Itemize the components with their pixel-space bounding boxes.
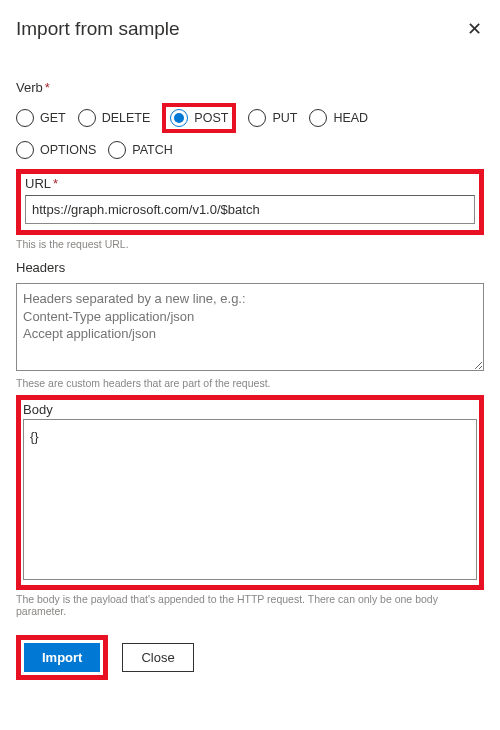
import-from-sample-dialog: Import from sample ✕ Verb* GET DELETE PO… xyxy=(0,0,500,698)
headers-textarea[interactable] xyxy=(16,283,484,371)
verb-radio-row-1: GET DELETE POST PUT HEAD xyxy=(16,103,484,133)
radio-icon xyxy=(309,109,327,127)
url-help: This is the request URL. xyxy=(16,238,484,250)
verb-radio-patch-label: PATCH xyxy=(132,143,173,157)
verb-radio-post-label: POST xyxy=(194,111,228,125)
url-section: URL* This is the request URL. xyxy=(16,169,484,250)
verb-radio-put-label: PUT xyxy=(272,111,297,125)
dialog-title: Import from sample xyxy=(16,18,180,40)
radio-icon xyxy=(16,109,34,127)
import-button[interactable]: Import xyxy=(24,643,100,672)
verb-radio-get[interactable]: GET xyxy=(16,109,66,127)
verb-radio-delete-label: DELETE xyxy=(102,111,151,125)
verb-radio-options[interactable]: OPTIONS xyxy=(16,141,96,159)
headers-section: Headers These are custom headers that ar… xyxy=(16,260,484,389)
verb-section: Verb* GET DELETE POST PUT xyxy=(16,80,484,159)
close-icon[interactable]: ✕ xyxy=(465,18,484,40)
verb-radio-post[interactable]: POST xyxy=(170,109,228,127)
headers-label: Headers xyxy=(16,260,484,275)
close-button[interactable]: Close xyxy=(122,643,193,672)
radio-icon xyxy=(16,141,34,159)
url-label-text: URL xyxy=(25,176,51,191)
dialog-header: Import from sample ✕ xyxy=(16,18,484,40)
highlight-import: Import xyxy=(16,635,108,680)
radio-icon-selected xyxy=(170,109,188,127)
verb-radio-delete[interactable]: DELETE xyxy=(78,109,151,127)
required-asterisk: * xyxy=(53,176,58,191)
verb-radio-put[interactable]: PUT xyxy=(248,109,297,127)
required-asterisk: * xyxy=(45,80,50,95)
headers-help: These are custom headers that are part o… xyxy=(16,377,484,389)
verb-radio-head-label: HEAD xyxy=(333,111,368,125)
verb-radio-row-2: OPTIONS PATCH xyxy=(16,141,484,159)
verb-radio-patch[interactable]: PATCH xyxy=(108,141,173,159)
url-label: URL* xyxy=(25,176,475,191)
body-textarea[interactable]: {} xyxy=(23,420,477,580)
dialog-footer: Import Close xyxy=(16,635,484,680)
verb-label-text: Verb xyxy=(16,80,43,95)
verb-radio-head[interactable]: HEAD xyxy=(309,109,368,127)
radio-icon xyxy=(78,109,96,127)
verb-label: Verb* xyxy=(16,80,484,95)
verb-radio-options-label: OPTIONS xyxy=(40,143,96,157)
verb-radio-get-label: GET xyxy=(40,111,66,125)
radio-icon xyxy=(248,109,266,127)
url-input[interactable] xyxy=(25,195,475,224)
highlight-post: POST xyxy=(162,103,236,133)
highlight-url: URL* xyxy=(16,169,484,235)
body-help: The body is the payload that's appended … xyxy=(16,593,484,617)
body-label: Body xyxy=(23,400,477,420)
radio-icon xyxy=(108,141,126,159)
highlight-body: Body {} xyxy=(16,395,484,590)
